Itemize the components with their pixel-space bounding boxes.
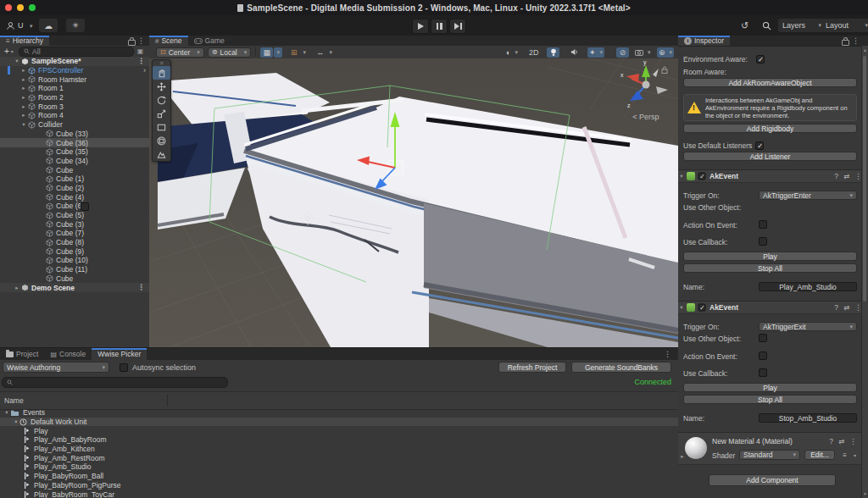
- audio-toggle[interactable]: [568, 47, 581, 58]
- create-object-button[interactable]: +: [4, 47, 9, 56]
- minimize-window-button[interactable]: [17, 4, 24, 11]
- help-icon[interactable]: ?: [829, 437, 833, 445]
- action-on-event-checkbox[interactable]: [759, 220, 767, 229]
- material-dropdown-icon[interactable]: ▾: [854, 452, 856, 458]
- scene-viewport[interactable]: y x z < Persp: [149, 58, 678, 347]
- undo-history-icon[interactable]: ↺: [741, 20, 748, 31]
- wwise-events-root-row[interactable]: ▾ Events: [0, 408, 678, 418]
- help-icon[interactable]: ?: [834, 303, 838, 312]
- pivot-mode-dropdown[interactable]: ⊡Center▾: [156, 47, 204, 58]
- hierarchy-item[interactable]: Cube (6): [0, 202, 149, 211]
- foldout-icon[interactable]: ▾: [13, 418, 19, 425]
- name-column-header[interactable]: Name: [0, 391, 678, 410]
- hierarchy-item[interactable]: Cube (2): [0, 184, 149, 193]
- rect-tool[interactable]: [153, 120, 170, 134]
- tab-wwise-picker[interactable]: Wwise Picker: [92, 348, 147, 360]
- lock-icon[interactable]: [842, 40, 849, 46]
- rotate-tool[interactable]: [153, 93, 170, 107]
- trigger-on-dropdown[interactable]: AkTriggerEnter▾: [759, 191, 857, 200]
- play-button[interactable]: [412, 19, 429, 34]
- account-menu[interactable]: U ▾: [18, 21, 33, 30]
- grid-snap-dropdown-icon[interactable]: ▾: [274, 47, 282, 58]
- wwise-event-row[interactable]: Play_BabyRoom_Ball: [0, 472, 678, 481]
- component-enabled-checkbox[interactable]: [698, 173, 706, 180]
- add-component-button[interactable]: Add Component: [709, 474, 836, 486]
- hierarchy-item[interactable]: Cube (7): [0, 229, 149, 238]
- scrollbar-thumb[interactable]: [863, 56, 866, 302]
- cloud-services-button[interactable]: ☁: [39, 19, 58, 32]
- tab-project[interactable]: Project: [0, 348, 44, 360]
- hierarchy-item[interactable]: ▸Room 2: [0, 93, 149, 102]
- play-button[interactable]: Play: [683, 383, 857, 392]
- preset-icon[interactable]: ⇄: [843, 303, 849, 312]
- hierarchy-item[interactable]: ▸Room 4: [0, 111, 149, 120]
- scroll-up-icon[interactable]: ▲: [862, 47, 868, 53]
- create-dropdown-icon[interactable]: ▾: [11, 48, 14, 54]
- hierarchy-menu-icon[interactable]: ⋮: [137, 37, 145, 45]
- search-filter-icon[interactable]: ▣: [137, 47, 144, 55]
- preset-icon[interactable]: ⇄: [843, 172, 849, 180]
- close-window-button[interactable]: [5, 4, 12, 11]
- scroll-down-icon[interactable]: ▼: [862, 491, 868, 496]
- search-icon[interactable]: [762, 21, 771, 30]
- panel-menu-icon[interactable]: ⋮: [664, 351, 671, 358]
- preset-icon[interactable]: ⇄: [838, 437, 844, 445]
- foldout-icon[interactable]: ▸: [20, 85, 27, 91]
- help-icon[interactable]: ?: [834, 172, 838, 180]
- tab-game[interactable]: Game: [188, 36, 231, 46]
- hierarchy-item[interactable]: Cube (10): [0, 256, 149, 265]
- use-callback-checkbox[interactable]: [759, 237, 767, 246]
- hidden-objects-toggle[interactable]: ⊘: [616, 47, 629, 58]
- column-divider[interactable]: [167, 395, 168, 407]
- wwise-authoring-dropdown[interactable]: Wwise Authoring▾: [3, 362, 109, 373]
- generate-soundbanks-button[interactable]: Generate SoundBanks: [571, 362, 671, 373]
- hand-tool[interactable]: [153, 66, 170, 80]
- hierarchy-item[interactable]: Cube (5): [0, 211, 149, 220]
- account-icon[interactable]: [6, 21, 15, 30]
- wwise-event-row[interactable]: Play_Amb_Kithcen: [0, 445, 678, 454]
- effects-dropdown[interactable]: ✦▾: [587, 47, 604, 58]
- increment-snap-toggle[interactable]: ⊞: [287, 47, 300, 58]
- custom-tool[interactable]: [153, 147, 170, 161]
- wwise-work-unit-row[interactable]: ▾ Default Work Unit: [0, 418, 678, 427]
- hierarchy-item[interactable]: ▸Room Hamster: [0, 75, 149, 84]
- use-other-object-checkbox[interactable]: [759, 334, 767, 342]
- foldout-icon[interactable]: ▾: [678, 304, 685, 311]
- inspector-menu-icon[interactable]: ⋮: [852, 37, 860, 45]
- wwise-event-row[interactable]: Play_Amb_RestRoom: [0, 453, 678, 462]
- add-rigidbody-button[interactable]: Add Rigidbody: [683, 124, 857, 133]
- hierarchy-scene-row[interactable]: ▾ SampleScene* ⋮: [0, 57, 149, 66]
- use-callback-checkbox[interactable]: [759, 368, 767, 377]
- foldout-icon[interactable]: ▾: [3, 409, 10, 416]
- foldout-icon[interactable]: ▸: [20, 103, 27, 110]
- use-other-object-checkbox[interactable]: [81, 202, 89, 211]
- hierarchy-item[interactable]: Cube (35): [0, 147, 149, 157]
- hierarchy-demo-scene-row[interactable]: ▸ Demo Scene ⋮: [0, 283, 149, 292]
- 2d-toggle[interactable]: 2D: [527, 47, 541, 58]
- hierarchy-item[interactable]: Cube (34): [0, 157, 149, 166]
- pause-button[interactable]: [431, 19, 448, 34]
- use-default-listeners-checkbox[interactable]: [755, 141, 764, 150]
- action-on-event-checkbox[interactable]: [759, 351, 767, 360]
- material-menu-icon[interactable]: ⋮: [849, 438, 857, 445]
- scale-tool[interactable]: [153, 107, 170, 120]
- akevent-1-header[interactable]: ▾ AkEvent ?⇄⋮: [678, 169, 862, 183]
- material-preview-foldout[interactable]: ▸: [679, 453, 686, 460]
- wwise-event-row[interactable]: Play_BabyRoom_PigPurse: [0, 481, 678, 490]
- hierarchy-item[interactable]: Cube: [0, 165, 149, 174]
- foldout-icon[interactable]: ▾: [678, 173, 685, 180]
- tab-inspector[interactable]: iInspector: [678, 36, 730, 46]
- hierarchy-item[interactable]: Cube (9): [0, 246, 149, 256]
- hierarchy-item[interactable]: Cube (3): [0, 219, 149, 229]
- tab-console[interactable]: ▤Console: [44, 348, 92, 360]
- foldout-icon[interactable]: ▸: [20, 76, 27, 83]
- hierarchy-item[interactable]: Cube (36): [0, 138, 149, 147]
- palette-drag-handle[interactable]: ≡: [153, 60, 170, 66]
- tab-hierarchy[interactable]: ≡Hierarchy: [0, 36, 49, 46]
- hierarchy-search-input[interactable]: All: [19, 47, 134, 57]
- move-tool[interactable]: [153, 80, 170, 93]
- scene-menu-icon[interactable]: ⋮: [137, 58, 145, 65]
- component-enabled-checkbox[interactable]: [698, 304, 706, 312]
- hierarchy-item[interactable]: ▸Room 3: [0, 102, 149, 111]
- hierarchy-item[interactable]: Cube (4): [0, 192, 149, 202]
